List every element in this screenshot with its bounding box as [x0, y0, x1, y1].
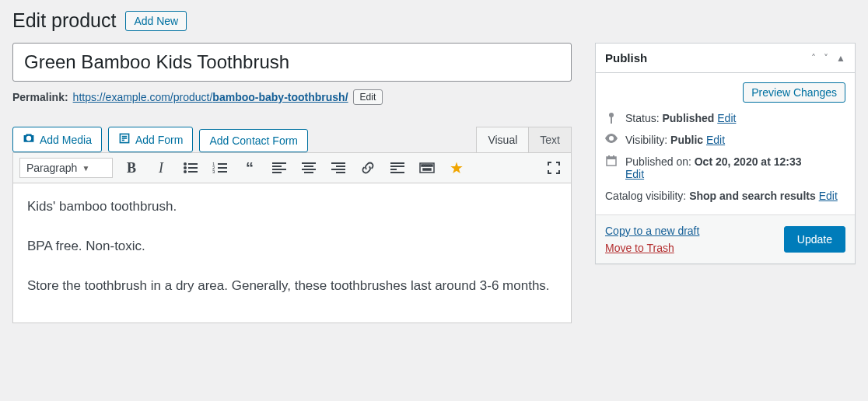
catalog-value: Shop and search results — [689, 190, 816, 202]
svg-rect-26 — [331, 169, 345, 170]
publish-box: Publish ˄ ˅ ▲ Preview Changes Status: — [595, 43, 856, 264]
camera-icon — [23, 132, 35, 147]
svg-rect-24 — [331, 162, 345, 164]
svg-rect-31 — [390, 172, 404, 173]
product-title-input[interactable] — [12, 43, 572, 82]
page-title: Edit product — [12, 9, 116, 32]
form-icon — [118, 132, 131, 147]
add-new-button[interactable]: Add New — [125, 11, 187, 31]
svg-rect-13 — [218, 167, 227, 169]
catalog-edit-link[interactable]: Edit — [819, 190, 838, 202]
editor-paragraph: BPA free. Non-toxic. — [27, 235, 557, 258]
blockquote-button[interactable]: “ — [239, 159, 261, 177]
svg-rect-21 — [304, 166, 313, 167]
pin-icon — [605, 112, 618, 124]
calendar-icon — [605, 155, 618, 166]
editor-paragraph: Kids' bamboo toothbrush. — [27, 196, 557, 218]
format-select[interactable]: Paragraph ▼ — [19, 158, 113, 178]
svg-rect-7 — [188, 167, 198, 169]
published-on-value: Oct 20, 2020 at 12:33 — [695, 155, 802, 168]
svg-text:3: 3 — [212, 169, 215, 174]
editor-paragraph: Store the toothbrush in a dry area. Gene… — [27, 275, 557, 298]
update-button[interactable]: Update — [784, 226, 845, 253]
svg-rect-19 — [272, 172, 282, 173]
editor-toolbar: Paragraph ▼ B I 123 “ — [12, 152, 572, 183]
svg-rect-18 — [272, 169, 286, 170]
bullet-list-button[interactable] — [180, 159, 201, 177]
permalink-edit-button[interactable]: Edit — [353, 89, 383, 105]
status-edit-link[interactable]: Edit — [717, 112, 736, 124]
svg-point-4 — [184, 162, 187, 166]
tab-visual[interactable]: Visual — [476, 127, 529, 152]
svg-rect-28 — [390, 162, 404, 164]
svg-rect-36 — [429, 165, 430, 166]
link-button[interactable] — [357, 159, 379, 177]
add-media-button[interactable]: Add Media — [12, 127, 102, 152]
star-icon[interactable]: ★ — [446, 159, 467, 177]
svg-rect-29 — [390, 166, 404, 167]
svg-rect-35 — [426, 165, 428, 166]
svg-rect-44 — [613, 155, 614, 158]
visibility-label: Visibility: — [625, 134, 667, 146]
status-value: Published — [662, 112, 714, 124]
svg-point-6 — [184, 166, 187, 169]
copy-draft-link[interactable]: Copy to a new draft — [605, 225, 699, 237]
add-contact-form-button[interactable]: Add Contact Form — [199, 129, 308, 152]
svg-rect-38 — [423, 169, 431, 170]
align-center-button[interactable] — [298, 159, 320, 177]
svg-rect-34 — [424, 165, 425, 166]
svg-rect-27 — [336, 172, 345, 173]
svg-rect-33 — [422, 165, 423, 166]
svg-rect-43 — [608, 155, 610, 158]
svg-point-8 — [184, 170, 187, 173]
catalog-label: Catalog visibility: — [605, 190, 686, 202]
svg-rect-11 — [218, 163, 227, 165]
align-left-button[interactable] — [268, 159, 290, 177]
svg-rect-42 — [607, 157, 616, 159]
visibility-edit-link[interactable]: Edit — [706, 134, 725, 146]
tab-text[interactable]: Text — [529, 127, 572, 152]
svg-rect-30 — [390, 169, 397, 170]
svg-rect-25 — [336, 166, 345, 167]
toggle-icon[interactable]: ▲ — [836, 53, 845, 64]
add-form-button[interactable]: Add Form — [108, 127, 193, 152]
svg-rect-23 — [304, 172, 313, 173]
schedule-edit-link[interactable]: Edit — [625, 168, 644, 180]
bold-button[interactable]: B — [121, 159, 142, 177]
move-to-trash-link[interactable]: Move to Trash — [605, 242, 699, 254]
italic-button[interactable]: I — [150, 159, 172, 177]
svg-rect-22 — [302, 169, 316, 170]
eye-icon — [605, 134, 618, 143]
svg-rect-20 — [302, 162, 316, 164]
numbered-list-button[interactable]: 123 — [209, 159, 231, 177]
published-on-label: Published on: — [625, 155, 691, 168]
preview-changes-button[interactable]: Preview Changes — [743, 82, 845, 103]
svg-rect-17 — [272, 166, 282, 167]
permalink-link[interactable]: https://example.com/product/bamboo-baby-… — [73, 91, 348, 103]
more-button[interactable] — [387, 159, 408, 177]
keyboard-button[interactable] — [416, 159, 438, 177]
svg-rect-16 — [272, 162, 286, 164]
move-up-icon[interactable]: ˄ — [811, 53, 816, 64]
svg-rect-5 — [188, 163, 198, 165]
publish-title: Publish — [605, 51, 647, 65]
svg-rect-15 — [218, 171, 227, 173]
visibility-value: Public — [670, 134, 703, 146]
fullscreen-button[interactable] — [543, 159, 565, 177]
permalink-label: Permalink: — [12, 91, 68, 103]
move-down-icon[interactable]: ˅ — [824, 53, 828, 64]
align-right-button[interactable] — [327, 159, 349, 177]
svg-rect-40 — [611, 117, 612, 124]
svg-rect-37 — [431, 165, 432, 166]
editor-body[interactable]: Kids' bamboo toothbrush. BPA free. Non-t… — [12, 183, 572, 323]
svg-rect-9 — [188, 171, 198, 173]
caret-down-icon: ▼ — [82, 164, 89, 173]
status-label: Status: — [625, 112, 660, 124]
